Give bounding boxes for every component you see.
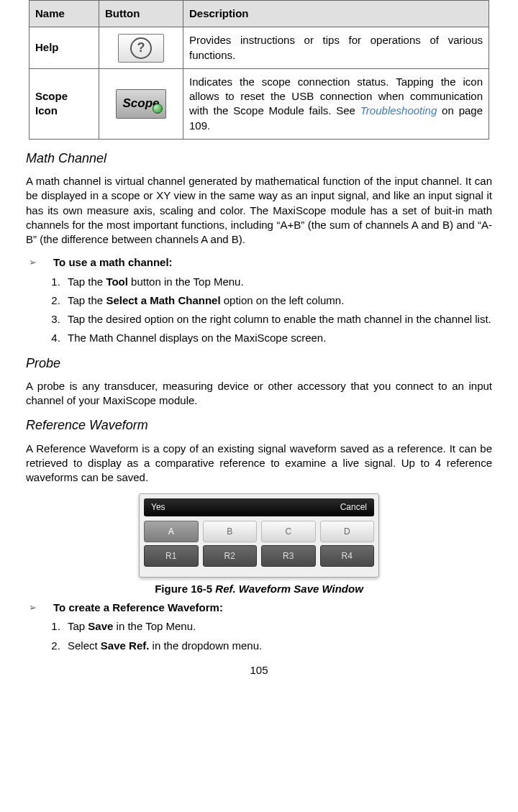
bullet-arrow-icon: ➢ [26,601,53,614]
channel-a-button[interactable]: A [144,521,199,542]
table-header-row: Name Button Description [29,1,489,27]
bullet-text: To create a Reference Waveform: [53,601,492,615]
row-name: Scope Icon [29,68,99,139]
row-button-cell: Scope [99,68,183,139]
list-item: Tap the Select a Math Channel option on … [63,293,492,308]
table-row-help: Help ? Provides instructions or tips for… [29,27,489,69]
reference-waveform-paragraph: A Reference Waveform is a copy of an exi… [26,442,492,485]
step-text: option on the left column. [221,294,345,306]
table-row-scope: Scope Icon Scope Indicates the scope con… [29,68,489,139]
troubleshooting-link[interactable]: Troubleshooting [360,104,437,117]
help-button-icon: ? [118,34,164,63]
reference-waveform-heading: Reference Waveform [26,416,492,434]
probe-heading: Probe [26,355,492,372]
channel-b-button[interactable]: B [203,521,258,542]
header-name: Name [29,1,99,27]
ref-steps-list: Tap Save in the Top Menu. Select Save Re… [63,619,492,653]
step-text: button in the Top Menu. [128,275,244,288]
step-text: in the Top Menu. [113,620,196,632]
row-button-cell: ? [99,27,183,69]
button-table: Name Button Description Help ? Provides … [29,0,489,140]
header-button: Button [99,1,183,27]
math-channel-heading: Math Channel [26,150,492,167]
bullet-arrow-icon: ➢ [26,255,53,269]
figure-wrapper: Yes Cancel A B C D R1 R2 R3 R4 [26,493,492,578]
step-text: in the dropdown menu. [149,639,262,652]
step-text: Tap [68,620,88,632]
header-description: Description [183,1,489,27]
ref-waveform-save-window: Yes Cancel A B C D R1 R2 R3 R4 [139,493,379,578]
step-text: Tap the [68,294,106,306]
step-bold: Select a Math Channel [106,294,220,306]
question-mark-icon: ? [130,37,152,59]
ref-r3-button[interactable]: R3 [261,545,316,567]
window-topbar: Yes Cancel [144,498,374,516]
figure-caption: Figure 16-5 Ref. Waveform Save Window [26,582,492,596]
step-text: Select [68,639,101,652]
list-item: Select Save Ref. in the dropdown menu. [63,639,492,653]
scope-status-dot-icon [153,104,163,114]
math-steps-list: Tap the Tool button in the Top Menu. Tap… [63,275,492,346]
step-bold: Save Ref. [101,639,150,652]
ref-r4-button[interactable]: R4 [320,545,375,567]
math-channel-paragraph: A math channel is virtual channel genera… [26,174,492,247]
channel-c-button[interactable]: C [261,521,316,542]
ref-r2-button[interactable]: R2 [203,545,258,567]
page-number: 105 [26,663,492,678]
yes-button[interactable]: Yes [151,501,165,513]
row-name: Help [29,27,99,69]
channel-d-button[interactable]: D [320,521,375,542]
list-item: Tap the Tool button in the Top Menu. [63,275,492,289]
row-description: Provides instructions or tips for operat… [183,27,489,69]
row-description: Indicates the scope connection status. T… [183,68,489,139]
cancel-button[interactable]: Cancel [340,501,367,513]
bullet-create-ref-waveform: ➢ To create a Reference Waveform: [26,601,492,615]
step-bold: Tool [106,275,128,288]
caption-tail: Ref. Waveform Save Window [215,583,363,595]
scope-button-icon: Scope [116,89,165,119]
ref-r1-button[interactable]: R1 [144,545,199,567]
list-item: Tap the desired option on the right colu… [63,312,492,327]
bullet-text: To use a math channel: [53,255,492,270]
list-item: Tap Save in the Top Menu. [63,619,492,634]
probe-paragraph: A probe is any transducer, measuring dev… [26,379,492,409]
bullet-use-math-channel: ➢ To use a math channel: [26,255,492,270]
step-text: Tap the [68,275,106,288]
reference-row: R1 R2 R3 R4 [144,545,374,567]
caption-lead: Figure 16-5 [155,583,215,595]
list-item: The Math Channel displays on the MaxiSco… [63,331,492,345]
channel-row: A B C D [144,521,374,542]
step-bold: Save [88,620,113,632]
